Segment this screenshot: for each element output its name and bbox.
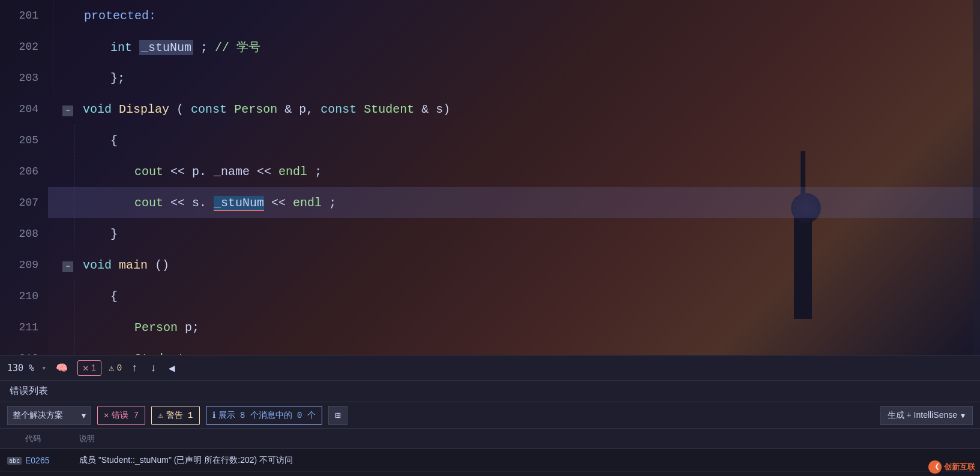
line-number-211: 211: [0, 312, 48, 343]
logo-text: 创新互联: [944, 462, 975, 472]
col-desc-header: 说明: [77, 433, 975, 444]
col-code-header: 代码: [23, 433, 77, 444]
code-content[interactable]: protected: int _stuNum ; // 学号 };: [48, 0, 980, 355]
code-line-205: {: [48, 125, 980, 156]
error-count-badge[interactable]: ✕ 1: [77, 360, 101, 376]
info-badge-label: 展示 8 个消息中的 0 个: [218, 410, 316, 421]
row-icon: abc: [5, 455, 23, 466]
error-table-header: 代码 说明: [0, 429, 980, 449]
zoom-value: 130 %: [7, 363, 34, 373]
line-number-206: 206: [0, 156, 48, 187]
code-container: 201 202 203 204 205 206 207 208 209 210 …: [0, 0, 980, 355]
line-number-201: 201: [0, 0, 48, 31]
code-line-210: {: [48, 281, 980, 312]
zoom-dropdown[interactable]: ▾: [41, 363, 46, 373]
line-number-208: 208: [0, 218, 48, 249]
filter-icon: ⊞: [335, 409, 341, 421]
code-editor: 201 202 203 204 205 206 207 208 209 210 …: [0, 0, 980, 355]
code-token: cout << s. _stuNum << endl ;: [53, 196, 336, 210]
code-token: {: [53, 290, 118, 303]
scope-dropdown[interactable]: 整个解决方案 ▾: [7, 406, 91, 425]
code-line-204: − void Display ( const Person & p, const…: [48, 94, 980, 125]
code-token: − void main (): [53, 258, 169, 272]
code-line-211: Person p;: [48, 312, 980, 343]
code-token: };: [53, 71, 125, 85]
warning-filter-badge[interactable]: ⚠ 警告 1: [151, 406, 199, 425]
warning-badge-label: 警告 1: [166, 410, 193, 421]
warning-triangle-icon: ⚠: [109, 362, 115, 374]
error-list-panel: 错误列表 整个解决方案 ▾ ✕ 错误 7 ⚠ 警告 1 ℹ 展示 8 个消息中的…: [0, 380, 980, 476]
line-number-204: 204: [0, 94, 48, 125]
build-label: 生成 + IntelliSense: [888, 410, 957, 421]
nav-down-btn[interactable]: ↓: [148, 362, 159, 374]
logo-icon: 《: [928, 460, 942, 474]
code-token: {: [53, 134, 118, 147]
code-line-209: − void main (): [48, 249, 980, 281]
build-dropdown-arrow: ▾: [961, 411, 965, 420]
line-number-207: 207: [0, 187, 48, 218]
code-token: − void Display ( const Person & p, const…: [53, 103, 450, 116]
abc-icon: abc: [7, 457, 22, 465]
filter-button[interactable]: ⊞: [328, 406, 347, 425]
line-number-209: 209: [0, 249, 48, 281]
error-list-title: 错误列表: [10, 385, 48, 397]
code-token: cout << p. _name << endl ;: [53, 165, 322, 179]
code-token: }: [53, 227, 118, 241]
error-icon: ✕: [104, 410, 109, 420]
row-code: E0265: [23, 456, 77, 465]
error-badge-label: 错误 7: [112, 410, 139, 421]
brain-icon-btn[interactable]: 🧠: [53, 360, 70, 376]
line-number-210: 210: [0, 281, 48, 312]
error-count: 1: [91, 363, 96, 373]
error-list-toolbar: 整个解决方案 ▾ ✕ 错误 7 ⚠ 警告 1 ℹ 展示 8 个消息中的 0 个 …: [0, 402, 980, 429]
error-x-icon: ✕: [83, 362, 89, 374]
code-line-207: cout << s. _stuNum << endl ;: [48, 187, 980, 218]
status-bar: 130 % ▾ 🧠 ✕ 1 ⚠ 0 ↑ ↓ ◀: [0, 355, 980, 380]
nav-up-btn[interactable]: ↑: [129, 362, 140, 374]
error-row-0[interactable]: abc E0265 成员 "Student::_stuNum" (已声明 所在行…: [0, 449, 980, 472]
error-filter-badge[interactable]: ✕ 错误 7: [97, 406, 145, 425]
warning-icon: ⚠: [158, 410, 163, 420]
info-filter-badge[interactable]: ℹ 展示 8 个消息中的 0 个: [206, 406, 322, 425]
watermark: 《 创新互联: [928, 460, 975, 474]
warning-count: 0: [117, 363, 122, 373]
line-number-212: 212: [0, 343, 48, 355]
code-token: int _stuNum ; // 学号: [53, 39, 260, 55]
line-numbers: 201 202 203 204 205 206 207 208 209 210 …: [0, 0, 48, 355]
code-line-208: }: [48, 218, 980, 249]
line-number-205: 205: [0, 125, 48, 156]
code-line-203: };: [48, 62, 980, 94]
collapse-btn-204[interactable]: −: [62, 106, 73, 116]
scrollbar[interactable]: [973, 0, 980, 355]
scope-label: 整个解决方案: [13, 410, 63, 421]
code-line-206: cout << p. _name << endl ;: [48, 156, 980, 187]
warning-count-badge[interactable]: ⚠ 0: [109, 362, 122, 374]
collapse-btn-209[interactable]: −: [62, 261, 73, 272]
code-token: protected:: [53, 9, 156, 23]
zoom-level: 130 %: [7, 363, 34, 373]
code-line-201: protected:: [48, 0, 980, 31]
row-description: 成员 "Student::_stuNum" (已声明 所在行数:202) 不可访…: [77, 455, 975, 466]
error-list-header: 错误列表: [0, 381, 980, 402]
code-line-202: int _stuNum ; // 学号: [48, 31, 980, 62]
info-icon: ℹ: [212, 410, 215, 420]
line-number-203: 203: [0, 62, 48, 94]
code-line-212: Student s;: [48, 343, 980, 355]
scope-dropdown-arrow: ▾: [82, 411, 86, 420]
build-intellisense-btn[interactable]: 生成 + IntelliSense ▾: [880, 406, 973, 425]
line-number-202: 202: [0, 31, 48, 62]
nav-left-btn[interactable]: ◀: [166, 361, 178, 375]
